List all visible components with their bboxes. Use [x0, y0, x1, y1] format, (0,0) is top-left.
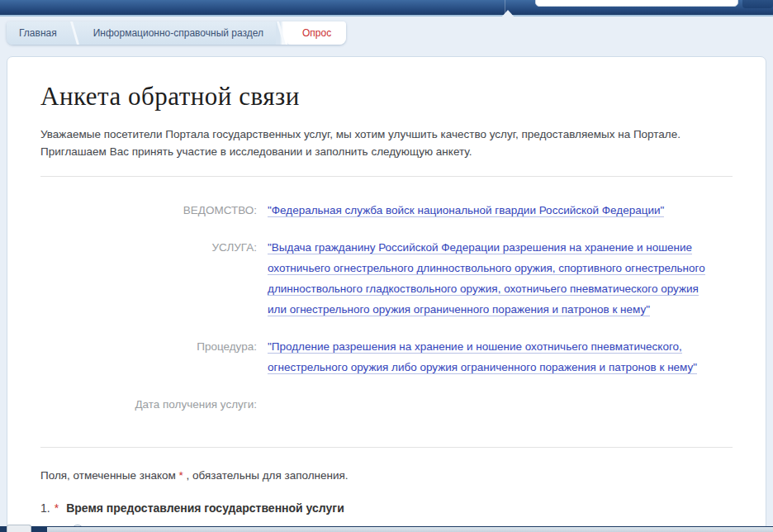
field-row-agency: ВЕДОМСТВО: "Федеральная служба войск нац…	[40, 200, 733, 221]
breadcrumb-separator	[69, 21, 81, 45]
field-row-procedure: Процедура: "Продление разрешения на хран…	[40, 336, 733, 378]
search-input[interactable]	[535, 0, 738, 7]
taskbar-button[interactable]	[7, 525, 31, 532]
page-title: Анкета обратной связи	[40, 82, 733, 112]
breadcrumb-separator	[276, 21, 287, 45]
breadcrumb-item-survey-active: Опрос	[287, 21, 346, 45]
procedure-link-text[interactable]: "Продление разрешения на хранение и ноше…	[268, 340, 697, 374]
search-button[interactable]	[742, 0, 773, 8]
header-pointer-notch	[500, 10, 515, 18]
question-1: 1. * Время предоставления государственно…	[40, 501, 733, 515]
field-label-procedure: Процедура:	[40, 336, 257, 378]
field-row-date: Дата получения услуги:	[40, 394, 733, 415]
service-info-fields: ВЕДОМСТВО: "Федеральная служба войск нац…	[40, 177, 733, 431]
service-link-text[interactable]: "Выдача гражданину Российской Федерации …	[268, 241, 705, 316]
question-required-star: *	[55, 501, 59, 515]
breadcrumb-item-info-section[interactable]: Информационно-справочный раздел	[81, 21, 276, 45]
required-fields-note: Поля, отмеченные знаком * , обязательны …	[40, 469, 733, 482]
breadcrumb-item-home[interactable]: Главная	[7, 21, 69, 45]
breadcrumb: Главная Информационно-справочный раздел …	[7, 21, 346, 45]
note-prefix: Поля, отмеченные знаком	[40, 469, 176, 482]
field-label-service: УСЛУГА:	[40, 237, 257, 320]
agency-link-text[interactable]: "Федеральная служба войск национальной г…	[268, 204, 664, 217]
question-text: Время предоставления государственной усл…	[66, 501, 344, 515]
field-label-agency: ВЕДОМСТВО:	[40, 200, 257, 221]
intro-text: Уважаемые посетители Портала государстве…	[40, 126, 733, 160]
agency-link[interactable]: "Федеральная служба войск национальной г…	[268, 204, 664, 217]
note-suffix: , обязательны для заполнения.	[187, 469, 349, 482]
taskbar-edge	[0, 526, 773, 532]
taskbar-app-strip	[47, 527, 773, 532]
required-star: *	[179, 469, 183, 482]
top-header-bar	[0, 0, 773, 17]
question-number: 1.	[40, 501, 50, 515]
field-value-service: "Выдача гражданину Российской Федерации …	[268, 237, 718, 320]
service-link[interactable]: "Выдача гражданину Российской Федерации …	[268, 241, 705, 316]
field-value-agency: "Федеральная служба войск национальной г…	[268, 200, 664, 221]
field-row-service: УСЛУГА: "Выдача гражданину Российской Фе…	[40, 237, 733, 320]
field-label-date: Дата получения услуги:	[40, 394, 257, 415]
survey-card: Анкета обратной связи Уважаемые посетите…	[7, 56, 766, 532]
procedure-link[interactable]: "Продление разрешения на хранение и ноше…	[268, 340, 697, 374]
divider	[40, 447, 733, 448]
field-value-procedure: "Продление разрешения на хранение и ноше…	[268, 336, 718, 378]
